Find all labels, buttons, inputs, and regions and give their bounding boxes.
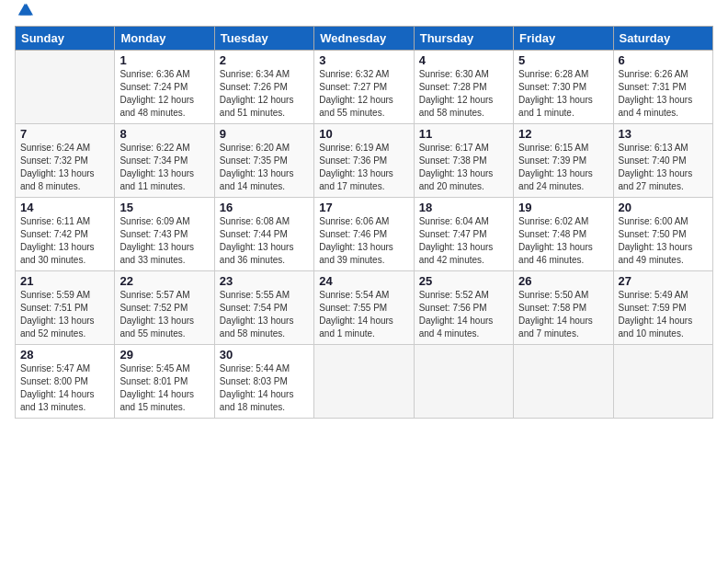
cell-info: Sunrise: 5:54 AM Sunset: 7:55 PM Dayligh… — [319, 289, 408, 340]
calendar-cell: 5Sunrise: 6:28 AM Sunset: 7:30 PM Daylig… — [514, 51, 613, 124]
cell-info: Sunrise: 6:26 AM Sunset: 7:31 PM Dayligh… — [619, 68, 708, 120]
calendar-cell: 1Sunrise: 6:36 AM Sunset: 7:24 PM Daylig… — [115, 51, 214, 124]
week-row-2: 7Sunrise: 6:24 AM Sunset: 7:32 PM Daylig… — [16, 124, 713, 198]
calendar-cell: 22Sunrise: 5:57 AM Sunset: 7:52 PM Dayli… — [115, 271, 214, 345]
calendar-cell: 15Sunrise: 6:09 AM Sunset: 7:43 PM Dayli… — [115, 198, 214, 271]
cell-date: 27 — [619, 274, 708, 288]
calendar-cell: 3Sunrise: 6:32 AM Sunset: 7:27 PM Daylig… — [314, 51, 414, 124]
header — [15, 9, 713, 18]
cell-date: 9 — [220, 127, 309, 141]
cell-info: Sunrise: 6:08 AM Sunset: 7:44 PM Dayligh… — [220, 215, 309, 267]
cell-date: 4 — [419, 53, 508, 67]
cell-info: Sunrise: 5:47 AM Sunset: 8:00 PM Dayligh… — [20, 362, 109, 414]
cell-info: Sunrise: 6:19 AM Sunset: 7:36 PM Dayligh… — [319, 142, 408, 193]
cell-info: Sunrise: 6:30 AM Sunset: 7:28 PM Dayligh… — [419, 68, 508, 120]
calendar-cell: 14Sunrise: 6:11 AM Sunset: 7:42 PM Dayli… — [16, 198, 115, 271]
cell-info: Sunrise: 5:44 AM Sunset: 8:03 PM Dayligh… — [220, 362, 309, 414]
page: SundayMondayTuesdayWednesdayThursdayFrid… — [0, 0, 728, 563]
calendar-cell: 21Sunrise: 5:59 AM Sunset: 7:51 PM Dayli… — [16, 271, 115, 345]
cell-info: Sunrise: 6:34 AM Sunset: 7:26 PM Dayligh… — [220, 68, 309, 120]
calendar-cell: 16Sunrise: 6:08 AM Sunset: 7:44 PM Dayli… — [214, 198, 313, 271]
cell-info: Sunrise: 6:36 AM Sunset: 7:24 PM Dayligh… — [119, 68, 209, 120]
cell-date: 7 — [20, 127, 109, 141]
calendar-cell: 26Sunrise: 5:50 AM Sunset: 7:58 PM Dayli… — [514, 271, 613, 345]
cell-info: Sunrise: 6:24 AM Sunset: 7:32 PM Dayligh… — [20, 142, 109, 193]
day-header-thursday: Thursday — [414, 27, 513, 51]
cell-info: Sunrise: 6:22 AM Sunset: 7:34 PM Dayligh… — [119, 142, 209, 193]
calendar-cell: 17Sunrise: 6:06 AM Sunset: 7:46 PM Dayli… — [314, 198, 414, 271]
cell-info: Sunrise: 6:32 AM Sunset: 7:27 PM Dayligh… — [319, 68, 408, 120]
cell-date: 29 — [119, 348, 209, 362]
day-header-monday: Monday — [115, 27, 214, 51]
calendar-cell — [16, 51, 115, 124]
cell-date: 6 — [619, 53, 708, 67]
calendar-cell: 19Sunrise: 6:02 AM Sunset: 7:48 PM Dayli… — [514, 198, 613, 271]
cell-info: Sunrise: 6:17 AM Sunset: 7:38 PM Dayligh… — [419, 142, 508, 193]
cell-date: 14 — [20, 201, 109, 214]
cell-date: 10 — [319, 127, 408, 141]
calendar-cell — [414, 345, 513, 419]
calendar-cell: 8Sunrise: 6:22 AM Sunset: 7:34 PM Daylig… — [115, 124, 214, 198]
cell-info: Sunrise: 6:04 AM Sunset: 7:47 PM Dayligh… — [419, 215, 508, 267]
cell-date: 5 — [518, 53, 608, 67]
cell-date: 20 — [619, 201, 708, 214]
week-row-3: 14Sunrise: 6:11 AM Sunset: 7:42 PM Dayli… — [16, 198, 713, 271]
cell-info: Sunrise: 6:09 AM Sunset: 7:43 PM Dayligh… — [119, 215, 209, 267]
cell-date: 23 — [220, 274, 309, 288]
cell-date: 15 — [119, 201, 209, 214]
cell-date: 22 — [119, 274, 209, 288]
cell-info: Sunrise: 5:52 AM Sunset: 7:56 PM Dayligh… — [419, 289, 508, 340]
cell-date: 24 — [319, 274, 408, 288]
week-row-4: 21Sunrise: 5:59 AM Sunset: 7:51 PM Dayli… — [16, 271, 713, 345]
calendar-cell: 20Sunrise: 6:00 AM Sunset: 7:50 PM Dayli… — [613, 198, 712, 271]
calendar-cell: 4Sunrise: 6:30 AM Sunset: 7:28 PM Daylig… — [414, 51, 513, 124]
cell-date: 26 — [518, 274, 608, 288]
calendar-cell: 25Sunrise: 5:52 AM Sunset: 7:56 PM Dayli… — [414, 271, 513, 345]
logo-icon — [17, 2, 33, 18]
cell-info: Sunrise: 6:15 AM Sunset: 7:39 PM Dayligh… — [518, 142, 608, 193]
cell-date: 8 — [119, 127, 209, 141]
calendar-cell: 12Sunrise: 6:15 AM Sunset: 7:39 PM Dayli… — [514, 124, 613, 198]
cell-info: Sunrise: 6:28 AM Sunset: 7:30 PM Dayligh… — [518, 68, 608, 120]
cell-date: 30 — [220, 348, 309, 362]
cell-date: 1 — [119, 53, 209, 67]
day-header-sunday: Sunday — [16, 27, 115, 51]
calendar-cell: 11Sunrise: 6:17 AM Sunset: 7:38 PM Dayli… — [414, 124, 513, 198]
calendar-cell — [613, 345, 712, 419]
cell-date: 12 — [518, 127, 608, 141]
day-header-wednesday: Wednesday — [314, 27, 414, 51]
cell-info: Sunrise: 6:20 AM Sunset: 7:35 PM Dayligh… — [220, 142, 309, 193]
cell-date: 25 — [419, 274, 508, 288]
cell-info: Sunrise: 6:00 AM Sunset: 7:50 PM Dayligh… — [619, 215, 708, 267]
cell-info: Sunrise: 6:06 AM Sunset: 7:46 PM Dayligh… — [319, 215, 408, 267]
cell-info: Sunrise: 5:59 AM Sunset: 7:51 PM Dayligh… — [20, 289, 109, 340]
cell-info: Sunrise: 6:11 AM Sunset: 7:42 PM Dayligh… — [20, 215, 109, 267]
cell-date: 18 — [419, 201, 508, 214]
cell-date: 16 — [220, 201, 309, 214]
calendar-cell: 27Sunrise: 5:49 AM Sunset: 7:59 PM Dayli… — [613, 271, 712, 345]
cell-info: Sunrise: 6:02 AM Sunset: 7:48 PM Dayligh… — [518, 215, 608, 267]
calendar-cell: 7Sunrise: 6:24 AM Sunset: 7:32 PM Daylig… — [16, 124, 115, 198]
calendar-cell: 9Sunrise: 6:20 AM Sunset: 7:35 PM Daylig… — [214, 124, 313, 198]
calendar-cell — [514, 345, 613, 419]
calendar-cell: 2Sunrise: 6:34 AM Sunset: 7:26 PM Daylig… — [214, 51, 313, 124]
logo — [15, 9, 33, 18]
calendar-cell: 13Sunrise: 6:13 AM Sunset: 7:40 PM Dayli… — [613, 124, 712, 198]
cell-date: 2 — [220, 53, 309, 67]
cell-date: 19 — [518, 201, 608, 214]
day-header-friday: Friday — [514, 27, 613, 51]
cell-info: Sunrise: 6:13 AM Sunset: 7:40 PM Dayligh… — [619, 142, 708, 193]
cell-info: Sunrise: 5:45 AM Sunset: 8:01 PM Dayligh… — [119, 362, 209, 414]
header-row: SundayMondayTuesdayWednesdayThursdayFrid… — [16, 27, 713, 51]
day-header-saturday: Saturday — [613, 27, 712, 51]
calendar-cell: 29Sunrise: 5:45 AM Sunset: 8:01 PM Dayli… — [115, 345, 214, 419]
cell-info: Sunrise: 5:50 AM Sunset: 7:58 PM Dayligh… — [518, 289, 608, 340]
calendar-cell: 30Sunrise: 5:44 AM Sunset: 8:03 PM Dayli… — [214, 345, 313, 419]
calendar-table: SundayMondayTuesdayWednesdayThursdayFrid… — [15, 26, 713, 419]
calendar-cell: 28Sunrise: 5:47 AM Sunset: 8:00 PM Dayli… — [16, 345, 115, 419]
cell-date: 13 — [619, 127, 708, 141]
cell-date: 3 — [319, 53, 408, 67]
calendar-cell: 23Sunrise: 5:55 AM Sunset: 7:54 PM Dayli… — [214, 271, 313, 345]
calendar-cell — [314, 345, 414, 419]
cell-info: Sunrise: 5:49 AM Sunset: 7:59 PM Dayligh… — [619, 289, 708, 340]
